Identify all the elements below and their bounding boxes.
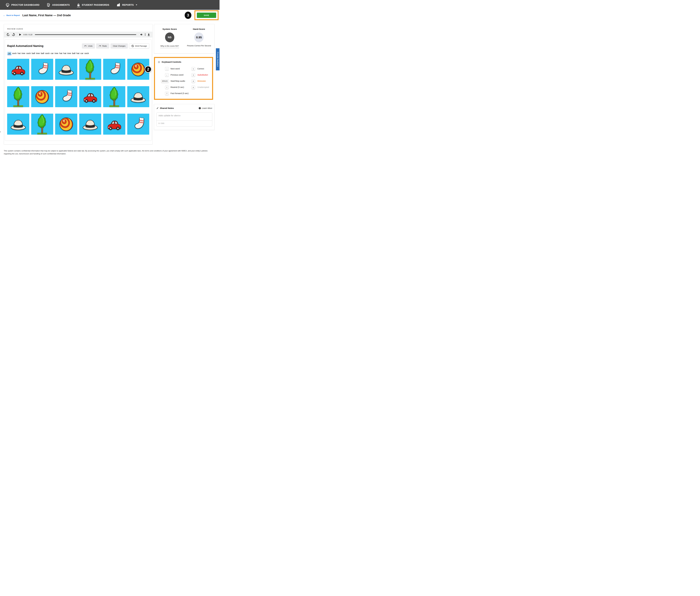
- audio-progress-bar[interactable]: [35, 34, 136, 35]
- key-action-label: Previous word: [171, 74, 189, 76]
- page-title: Last Name, First Name — 2nd Grade: [22, 14, 185, 17]
- nav-label: PROCTOR DASHBOARD: [11, 4, 40, 6]
- nav-proctor-dashboard[interactable]: PROCTOR DASHBOARD: [6, 3, 40, 7]
- word-token-car[interactable]: car: [7, 52, 11, 55]
- word-token-car[interactable]: car: [50, 52, 54, 55]
- picture-tile-hat: [7, 114, 29, 135]
- undo-button[interactable]: Undo: [82, 43, 95, 48]
- word-token-tree[interactable]: tree: [54, 52, 58, 55]
- svg-text:5: 5: [13, 34, 14, 35]
- picture-tile-sock: [31, 59, 53, 80]
- picture-tile-hat: [127, 86, 149, 107]
- word-token-hat[interactable]: hat: [59, 52, 62, 55]
- nav-student-passwords[interactable]: **** STUDENT PASSWORDS: [77, 3, 109, 6]
- key-action-label: Rewind (5 sec): [171, 86, 189, 89]
- annotation-badge-2: 2: [145, 66, 152, 73]
- back-arrow-icon: ←: [3, 14, 5, 17]
- sock-icon: [107, 62, 122, 77]
- circle-slash-icon: [131, 45, 134, 47]
- audio-player: 5 5 0:00 / 0:19: [4, 32, 152, 37]
- car-icon: [10, 63, 26, 75]
- forward-5-icon[interactable]: 5: [12, 33, 15, 36]
- picture-tile-car: [79, 86, 101, 107]
- key-chip-space: SPACE: [161, 79, 169, 83]
- save-annotation-box: SAVE: [195, 10, 219, 20]
- download-icon[interactable]: [148, 33, 150, 36]
- passage-card: Rapid Automatized Naming Undo: [5, 39, 152, 141]
- keyboard-controls-annotation-box: Keyboard Controls →Next wordcCorrect←Pre…: [154, 57, 213, 100]
- move-icon[interactable]: [158, 61, 160, 63]
- volume-icon[interactable]: [140, 33, 143, 36]
- shared-notes-input[interactable]: [156, 113, 212, 121]
- learn-more-label: Learn More: [202, 107, 212, 109]
- omit-passage-label: Omit Passage: [135, 45, 147, 47]
- sock-icon: [59, 89, 74, 104]
- shared-notes-card: Shared Notes ? Learn More 0 / 500: [154, 104, 215, 130]
- picture-tile-sock: [55, 86, 77, 107]
- hat-icon: [130, 90, 146, 103]
- lock-icon: ****: [77, 3, 80, 6]
- hand-score-value: 0.95: [194, 32, 204, 42]
- back-label: Back to Report: [6, 14, 20, 16]
- picture-tile-tree: [103, 86, 125, 107]
- ball-icon: [34, 89, 50, 105]
- word-token-sock[interactable]: sock: [12, 52, 17, 55]
- omit-passage-button[interactable]: Omit Passage: [129, 43, 149, 48]
- hat-icon: [58, 63, 74, 76]
- picture-tile-hat: [79, 114, 101, 135]
- word-token-hat[interactable]: hat: [76, 52, 80, 55]
- audio-time: 0:00 / 0:19: [23, 33, 32, 36]
- word-token-tree[interactable]: tree: [67, 52, 71, 55]
- password-stars: ****: [77, 7, 80, 8]
- picture-tile-ball: 2: [127, 59, 149, 80]
- back-to-report-link[interactable]: ← Back to Report: [3, 14, 20, 17]
- why-ns-link[interactable]: Why is this score NS?: [160, 45, 179, 48]
- word-token-sock[interactable]: sock: [84, 52, 89, 55]
- word-token-ball[interactable]: ball: [72, 52, 76, 55]
- key-action-label: Start/Stop audio: [171, 80, 189, 83]
- review-audio-card: REVIEW AUDIO 5 5: [4, 24, 153, 145]
- nav-assignments[interactable]: ASSIGNMENTS: [47, 3, 70, 7]
- word-token-hat[interactable]: hat: [63, 52, 67, 55]
- word-token-tree[interactable]: tree: [36, 52, 40, 55]
- rewind-5-icon[interactable]: 5: [6, 33, 10, 36]
- word-token-tree[interactable]: tree: [21, 52, 25, 55]
- keyboard-controls-panel: Keyboard Controls →Next wordcCorrect←Pre…: [155, 58, 212, 99]
- key-chip-o: o: [192, 79, 195, 83]
- system-score-value: NS: [165, 32, 174, 42]
- word-token-ball[interactable]: ball: [41, 52, 44, 55]
- top-nav-bar: PROCTOR DASHBOARD ASSIGNMENTS **** STUDE…: [0, 0, 220, 10]
- redo-button[interactable]: Redo: [96, 43, 109, 48]
- tree-icon: [35, 114, 49, 135]
- car-icon: [82, 90, 98, 103]
- key-chip-right-arrow: →: [165, 67, 169, 71]
- word-token-hat[interactable]: hat: [17, 52, 21, 55]
- kebab-menu-icon[interactable]: [145, 33, 146, 36]
- chart-icon: [117, 3, 120, 7]
- provide-feedback-tab[interactable]: Provide feedback: [216, 48, 220, 70]
- hand-score-subtitle: Pictures Correct Per Second: [184, 45, 214, 47]
- main-content: REVIEW AUDIO 5 5: [0, 21, 220, 145]
- play-button[interactable]: [19, 33, 21, 36]
- learn-more-link[interactable]: ? Learn More: [199, 107, 212, 109]
- clear-changes-button[interactable]: Clear Changes: [110, 43, 128, 48]
- nav-reports[interactable]: REPORTS: [117, 3, 138, 7]
- passage-title: Rapid Automatized Naming: [7, 44, 81, 48]
- chevron-down-icon: [136, 4, 137, 5]
- redo-icon: [99, 45, 101, 47]
- word-token-sock[interactable]: sock: [45, 52, 50, 55]
- tree-icon: [83, 59, 97, 80]
- score-card: System Score NS Why is this score NS? Ha…: [154, 24, 215, 53]
- word-token-car[interactable]: car: [80, 52, 83, 55]
- picture-tile-sock: [127, 114, 149, 135]
- save-button[interactable]: SAVE: [197, 12, 216, 18]
- word-token-sock[interactable]: sock: [26, 52, 31, 55]
- word-token-ball[interactable]: ball: [32, 52, 35, 55]
- picture-grid: 2: [7, 59, 149, 135]
- system-score-block: System Score NS Why is this score NS?: [155, 28, 184, 53]
- picture-tile-tree: [7, 86, 29, 107]
- clear-changes-label: Clear Changes: [113, 45, 125, 47]
- nav-label: STUDENT PASSWORDS: [82, 4, 109, 6]
- nav-label: ASSIGNMENTS: [52, 4, 70, 6]
- hat-icon: [10, 118, 26, 131]
